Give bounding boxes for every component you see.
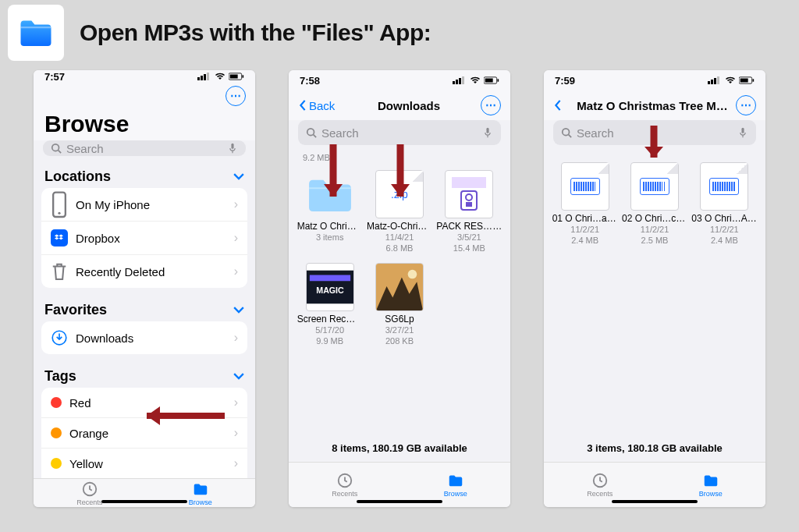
zip-icon: .zip [375, 170, 424, 218]
file-zip[interactable]: .zip Matz-O-Chri…s.zip 11/4/21 6.8 MB [366, 170, 432, 254]
status-bar: 7:59 [544, 70, 765, 90]
svg-rect-12 [51, 229, 68, 246]
svg-rect-9 [231, 144, 233, 149]
chevron-down-icon [233, 173, 244, 180]
nav-title: Matz O Christmas Tree M… [569, 99, 736, 112]
location-on-my-iphone[interactable]: On My iPhone › [41, 188, 247, 222]
svg-rect-31 [310, 275, 350, 282]
status-time: 7:59 [555, 75, 575, 87]
search-placeholder: Search [66, 142, 104, 155]
files-app-icon [8, 5, 64, 61]
folder-icon [447, 472, 464, 489]
nav-title: Downloads [337, 99, 481, 112]
chevron-right-icon: › [234, 331, 238, 345]
phone-browse: 7:57 ⋯ Browse Search Locations On My iPh… [34, 70, 255, 507]
section-favorites[interactable]: Favorites [34, 296, 255, 321]
chevron-right-icon: › [234, 395, 238, 410]
svg-line-23 [314, 135, 317, 138]
tab-recents[interactable]: Recents [76, 481, 102, 506]
tag-dot-icon [51, 458, 62, 469]
svg-rect-20 [485, 79, 493, 83]
chevron-left-icon [553, 100, 563, 111]
svg-rect-6 [243, 75, 244, 77]
svg-rect-39 [717, 76, 719, 84]
chevron-left-icon [298, 100, 307, 111]
search-input[interactable]: Search [553, 120, 756, 145]
more-button[interactable]: ⋯ [481, 95, 501, 115]
file-audio[interactable]: 03 O Chri…ANO 11/2/21 2.4 MB [691, 162, 758, 246]
audio-icon [561, 162, 609, 211]
download-icon [51, 329, 68, 346]
home-indicator[interactable] [357, 500, 442, 503]
file-audio[interactable]: 02 O Chri…ctice 11/2/21 2.5 MB [621, 162, 687, 246]
tab-browse[interactable]: Browse [189, 481, 212, 506]
file-image[interactable]: PACK RES…GES 3/5/21 15.4 MB [436, 170, 502, 254]
svg-rect-18 [462, 76, 464, 84]
section-tags[interactable]: Tags [34, 362, 255, 388]
svg-point-11 [58, 212, 60, 215]
search-icon [561, 127, 572, 138]
file-folder[interactable]: Matz O Chri…3s 3 3 items [297, 170, 363, 254]
file-video[interactable]: MAGIC Screen Rec…AM 5/17/20 9.9 MB [297, 263, 363, 346]
tab-recents[interactable]: Recents [587, 472, 613, 498]
mic-icon[interactable] [227, 143, 238, 154]
svg-rect-5 [230, 75, 238, 79]
folder-icon [192, 481, 209, 498]
phone-folder-contents: 7:59 Matz O Christmas Tree M… ⋯ Search 0… [544, 70, 765, 507]
partial-size: 9.2 MB [289, 151, 510, 167]
svg-rect-29 [466, 202, 472, 207]
image-thumb [375, 263, 424, 311]
mic-icon[interactable] [482, 127, 493, 138]
mic-icon[interactable] [737, 127, 748, 138]
browse-title: Browse [34, 109, 255, 140]
svg-rect-15 [453, 81, 455, 84]
svg-rect-41 [740, 79, 748, 83]
dropbox-icon [51, 229, 68, 246]
chevron-right-icon: › [234, 264, 238, 278]
tag-dot-icon [51, 397, 62, 408]
tag-yellow[interactable]: Yellow › [41, 449, 247, 478]
chevron-right-icon: › [234, 197, 238, 211]
search-icon [51, 143, 62, 154]
back-button[interactable] [553, 100, 569, 111]
search-input[interactable]: Search [298, 120, 501, 145]
search-icon [306, 127, 317, 138]
storage-summary: 3 items, 180.18 GB available [544, 436, 765, 462]
favorite-downloads[interactable]: Downloads › [41, 321, 247, 354]
svg-rect-16 [456, 80, 458, 84]
svg-line-8 [59, 151, 62, 154]
svg-rect-26 [452, 177, 486, 188]
svg-rect-24 [486, 128, 488, 133]
svg-point-43 [563, 129, 570, 136]
status-time: 7:58 [300, 75, 320, 87]
search-input[interactable]: Search [43, 140, 246, 156]
clock-icon [81, 481, 98, 498]
location-dropbox[interactable]: Dropbox › [41, 222, 247, 255]
svg-rect-17 [459, 78, 461, 84]
tab-browse[interactable]: Browse [444, 472, 467, 498]
tag-red[interactable]: Red › [41, 388, 247, 418]
status-time: 7:57 [44, 71, 65, 83]
tag-orange[interactable]: Orange › [41, 418, 247, 449]
folder-icon [306, 170, 354, 218]
clock-icon [336, 472, 353, 489]
page-title: Open MP3s with the "Files" App: [80, 20, 431, 46]
more-button[interactable]: ⋯ [736, 95, 756, 115]
location-recently-deleted[interactable]: Recently Deleted › [41, 255, 247, 288]
video-thumb: MAGIC [306, 263, 354, 311]
back-button[interactable]: Back [298, 99, 337, 112]
home-indicator[interactable] [101, 500, 187, 503]
tab-bar: Recents Browse [544, 462, 765, 507]
tab-browse[interactable]: Browse [699, 472, 723, 498]
more-button[interactable]: ⋯ [225, 86, 246, 106]
chevron-down-icon [233, 307, 244, 314]
folder-icon [702, 472, 719, 489]
file-audio[interactable]: 01 O Chri…ance 11/2/21 2.4 MB [552, 162, 618, 246]
svg-rect-45 [741, 128, 744, 133]
section-locations[interactable]: Locations [34, 162, 255, 188]
home-indicator[interactable] [612, 500, 698, 503]
svg-rect-36 [708, 81, 710, 84]
tab-recents[interactable]: Recents [332, 472, 357, 498]
file-image[interactable]: SG6Lp 3/27/21 208 KB [366, 263, 432, 346]
svg-rect-3 [207, 73, 209, 80]
